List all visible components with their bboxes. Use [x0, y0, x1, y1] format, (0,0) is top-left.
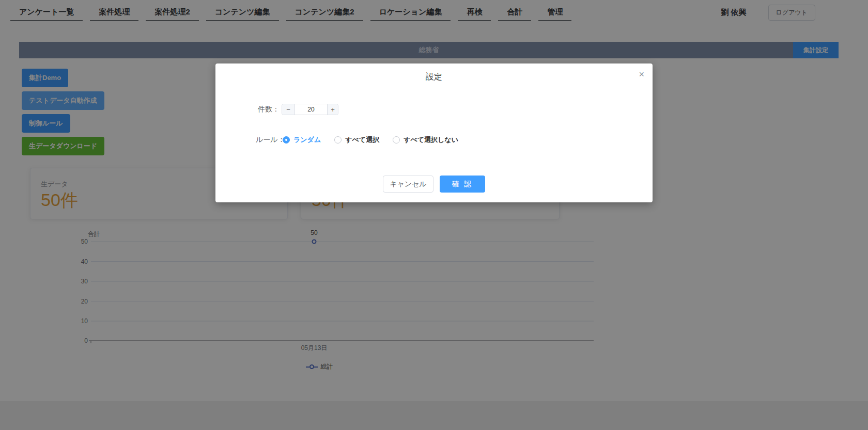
rule-field-row: ルール： ランダム すべて選択 すべて選択しない — [256, 135, 472, 145]
radio-selected-icon — [283, 136, 290, 144]
radio-option-label: すべて選択 — [345, 135, 379, 145]
radio-option-select-all[interactable]: すべて選択 — [334, 135, 379, 145]
count-input[interactable] — [295, 104, 327, 115]
dialog-footer: キャンセル 確 認 — [215, 176, 653, 193]
stepper-plus-button[interactable]: + — [327, 104, 338, 115]
cancel-button[interactable]: キャンセル — [383, 176, 433, 193]
radio-option-label: ランダム — [293, 135, 321, 145]
stepper-minus-button[interactable]: − — [282, 104, 295, 115]
count-label: 件数： — [256, 105, 280, 114]
count-field-row: 件数： − + — [256, 103, 338, 116]
dialog-title: 設定 — [215, 63, 653, 83]
radio-option-label: すべて選択しない — [404, 135, 458, 145]
radio-option-random[interactable]: ランダム — [283, 135, 321, 145]
radio-option-select-none[interactable]: すべて選択しない — [393, 135, 458, 145]
rule-radio-group: ランダム すべて選択 すべて選択しない — [283, 135, 472, 145]
confirm-button[interactable]: 確 認 — [440, 176, 485, 193]
close-icon[interactable]: × — [639, 70, 644, 79]
radio-unselected-icon — [334, 136, 342, 144]
radio-unselected-icon — [393, 136, 400, 144]
settings-dialog: 設定 × 件数： − + ルール： ランダム すべて選択 すべて選択しない — [215, 63, 653, 202]
rule-label: ルール： — [256, 135, 280, 145]
count-stepper: − + — [282, 104, 338, 115]
